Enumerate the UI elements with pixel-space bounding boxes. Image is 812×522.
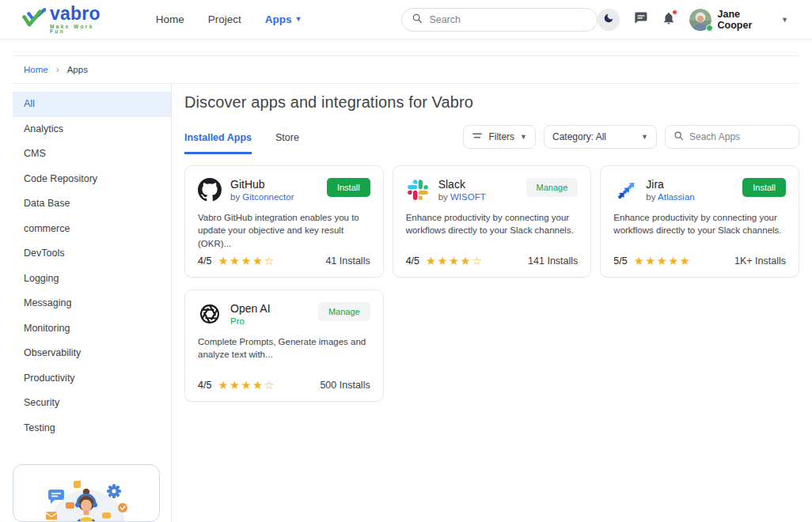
search-icon	[674, 130, 684, 143]
manage-button[interactable]: Manage	[526, 178, 579, 197]
sidebar-item-logging[interactable]: Logging	[13, 267, 171, 292]
tab-store[interactable]: Store	[275, 132, 299, 154]
star-rating-icons: ★★★★☆	[426, 255, 484, 267]
rating-value: 4/5	[406, 255, 419, 267]
slack-logo-icon	[406, 178, 430, 202]
app-card-header: GitHubby GitconnectorInstall	[198, 178, 370, 202]
app-card-footer: 4/5★★★★☆141 Installs	[406, 255, 579, 267]
sidebar-item-productivity[interactable]: Productivity	[13, 366, 171, 392]
top-navbar: vabro Make Work Fun HomeProjectApps▼	[0, 0, 812, 40]
nav-link-project[interactable]: Project	[208, 13, 241, 25]
notifications-button[interactable]	[662, 11, 676, 28]
nav-link-home[interactable]: Home	[156, 13, 184, 25]
brand-tagline: Make Work Fun	[50, 25, 112, 35]
messages-button[interactable]	[633, 10, 648, 28]
dark-mode-toggle[interactable]	[598, 9, 620, 31]
moon-icon	[603, 13, 614, 27]
app-cards-grid: GitHubby GitconnectorInstallVabro GitHub…	[184, 165, 799, 402]
user-name: Jane Cooper	[718, 9, 776, 31]
star-rating-icons: ★★★★☆	[218, 255, 275, 267]
tabs-and-toolbar: Installed AppsStore Filters ▼ Category: …	[184, 125, 799, 155]
sidebar-item-all[interactable]: All	[13, 92, 171, 117]
app-name: Jira	[646, 178, 694, 191]
star-rating-icons: ★★★★☆	[218, 380, 275, 392]
sidebar-item-devtools[interactable]: DevTools	[13, 241, 171, 267]
install-button[interactable]: Install	[327, 178, 370, 197]
sidebar-item-cms[interactable]: CMS	[13, 142, 171, 167]
sidebar-item-observability[interactable]: Observability	[13, 341, 171, 366]
global-search[interactable]	[401, 8, 597, 32]
app-card-footer: 4/5★★★★☆41 Installs	[198, 255, 370, 267]
app-card-jira: Jiraby AtlassianInstallEnhance productiv…	[600, 165, 799, 278]
sidebar-item-code-repository[interactable]: Code Repository	[13, 167, 171, 192]
nav-link-label: Apps	[265, 13, 292, 25]
app-description: Complete Prompts, Generate images and an…	[198, 335, 370, 361]
sidebar-item-messaging[interactable]: Messaging	[13, 291, 171, 316]
publisher-gitconnector[interactable]: Gitconnector	[242, 192, 294, 202]
app-title-block: GitHubby Gitconnector	[230, 178, 294, 202]
vabro-logo[interactable]: vabro Make Work Fun	[22, 5, 112, 35]
app-card-footer: 4/5★★★★☆500 Installs	[198, 380, 370, 392]
vabro-checkmark-icon	[22, 8, 46, 32]
install-button[interactable]: Install	[742, 178, 786, 197]
woman-at-laptop-illustration	[25, 468, 148, 521]
category-list: AllAnalyticsCMSCode RepositoryData Basec…	[13, 92, 171, 441]
filters-button[interactable]: Filters ▼	[463, 125, 536, 149]
app-publisher-line: by WISOFT	[438, 192, 486, 202]
app-name: Open AI	[230, 302, 271, 315]
sidebar-item-commerce[interactable]: commerce	[13, 217, 171, 242]
sidebar-item-data-base[interactable]: Data Base	[13, 191, 171, 217]
filters-label: Filters	[488, 131, 514, 142]
nav-link-label: Project	[208, 13, 241, 25]
category-dropdown[interactable]: Category: All ▼	[544, 125, 657, 149]
notification-badge	[672, 9, 677, 15]
chevron-down-icon: ▼	[520, 134, 527, 141]
app-description: Enhance productivity by connecting your …	[406, 211, 579, 236]
app-name: GitHub	[230, 178, 294, 191]
sidebar-item-testing[interactable]: Testing	[13, 416, 171, 441]
user-menu[interactable]: Jane Cooper ▼	[689, 9, 789, 31]
nav-link-apps[interactable]: Apps▼	[265, 13, 302, 25]
online-status-dot	[706, 25, 713, 32]
breadcrumb: Home › Apps	[13, 55, 799, 84]
publisher-prefix: by	[438, 192, 450, 202]
chevron-down-icon: ▼	[641, 134, 648, 141]
rating-value: 4/5	[198, 380, 211, 391]
filter-lines-icon	[472, 130, 483, 143]
manage-button[interactable]: Manage	[318, 302, 370, 321]
tab-installed-apps[interactable]: Installed Apps	[184, 132, 252, 154]
publisher-wisoft[interactable]: WISOFT	[450, 192, 486, 202]
sidebar-item-security[interactable]: Security	[13, 391, 171, 416]
breadcrumb-home-link[interactable]: Home	[24, 65, 48, 74]
filter-toolbar: Filters ▼ Category: All ▼	[463, 125, 799, 154]
category-sidebar: AllAnalyticsCMSCode RepositoryData Basec…	[13, 84, 172, 522]
installs-count: 1K+ Installs	[734, 255, 786, 267]
app-publisher-line: Pro	[230, 316, 271, 327]
page-title: Discover apps and integrations for Vabro	[184, 93, 799, 112]
app-name: Slack	[438, 178, 486, 191]
openai-logo-icon	[198, 302, 222, 326]
app-publisher-line: by Atlassian	[646, 192, 694, 202]
sidebar-item-analytics[interactable]: Analytics	[13, 117, 171, 142]
app-title-block: Open AIPro	[230, 302, 271, 327]
tabs: Installed AppsStore	[184, 132, 323, 154]
app-description: Enhance productivity by connecting your …	[613, 211, 786, 236]
github-logo-icon	[198, 178, 222, 202]
chevron-down-icon: ▼	[294, 16, 302, 23]
app-card-slack: Slackby WISOFTManageEnhance productivity…	[393, 165, 592, 278]
publisher-prefix: by	[646, 192, 658, 202]
app-card-header: Jiraby AtlassianInstall	[613, 178, 786, 202]
apps-search[interactable]	[665, 125, 799, 149]
app-card-footer: 5/5★★★★★1K+ Installs	[613, 255, 786, 267]
sidebar-item-monitoring[interactable]: Monitoring	[13, 316, 171, 342]
publisher-atlassian[interactable]: Atlassian	[658, 192, 695, 202]
messages-icon	[633, 10, 648, 28]
global-search-input[interactable]	[429, 14, 586, 25]
apps-search-input[interactable]	[689, 131, 791, 142]
app-card-header: Open AIProManage	[198, 302, 370, 327]
brand-name: vabro	[50, 5, 112, 23]
breadcrumb-current: Apps	[67, 65, 88, 74]
app-title-block: Jiraby Atlassian	[646, 178, 694, 202]
rating-value: 4/5	[198, 255, 211, 267]
breadcrumb-separator-icon: ›	[56, 64, 59, 75]
